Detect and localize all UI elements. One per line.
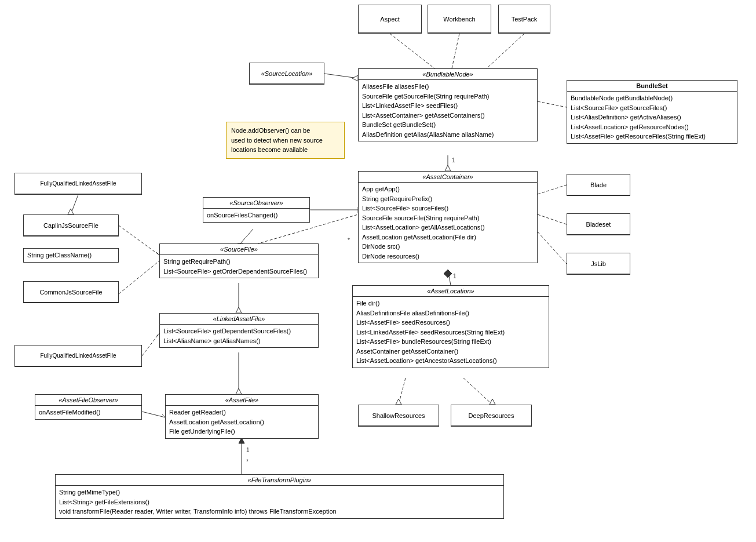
svg-line-4 (324, 74, 358, 78)
jslib-label: JsLib (591, 260, 606, 267)
bundle-set-label: BundleSet (636, 82, 667, 89)
asset-container-methods: App getApp() String getRequirePrefix() L… (359, 183, 537, 263)
svg-line-24 (240, 229, 253, 243)
bundlable-node-methods: AliasesFile aliasesFile() SourceFile get… (359, 80, 537, 141)
testpack-box: TestPack (498, 5, 550, 34)
svg-marker-20 (490, 399, 495, 405)
note-box: Node.addObserver() can beused to detect … (226, 122, 345, 159)
svg-line-12 (538, 232, 567, 264)
svg-line-35 (142, 333, 159, 356)
svg-line-18 (463, 378, 492, 405)
svg-text:1: 1 (246, 447, 250, 453)
bundlable-node-stereotype: «BundlableNode» (362, 71, 534, 78)
fully-qualified-linked2-box: FullyQualifiedLinkedAssetFile (14, 345, 142, 367)
source-location-stereotype: «SourceLocation» (261, 70, 313, 77)
svg-marker-5 (352, 75, 358, 81)
shallow-resources-label: ShallowResources (372, 412, 425, 419)
svg-marker-19 (396, 399, 401, 405)
asset-file-observer-methods: onAssetFileModified() (35, 406, 141, 419)
workbench-label: Workbench (443, 16, 475, 23)
svg-marker-29 (236, 388, 242, 394)
workbench-box: Workbench (428, 5, 491, 34)
shallow-resources-box: ShallowResources (358, 405, 439, 427)
asset-file-observer-stereotype: «AssetFileObserver» (39, 397, 138, 403)
deep-resources-label: DeepResources (469, 412, 514, 419)
asset-location-methods: File dir() AliasDefinitionsFile aliasDef… (353, 297, 549, 368)
asset-file-methods: Reader getReader() AssetLocation getAsse… (166, 406, 318, 438)
bundle-set-box: BundleSet BundlableNode getBundlableNode… (567, 80, 737, 144)
svg-line-17 (399, 378, 406, 405)
bundle-set-methods: BundlableNode getBundlableNode() List<So… (567, 92, 737, 143)
svg-line-32 (119, 225, 159, 255)
source-observer-methods: onSourceFilesChanged() (203, 209, 309, 222)
source-observer-stereotype: «SourceObserver» (207, 199, 306, 206)
svg-line-30 (71, 195, 78, 214)
svg-text:*: * (348, 237, 350, 243)
svg-line-37 (142, 412, 165, 417)
common-js-box: CommonJsSourceFile (23, 281, 119, 303)
bladeset-box: Bladeset (567, 213, 630, 235)
file-transform-plugin-box: «FileTransformPlugin» String getMimeType… (55, 474, 504, 519)
file-transform-plugin-methods: String getMimeType() List<String> getFil… (56, 486, 503, 518)
bladeset-label: Bladeset (586, 221, 611, 228)
caplin-js-box: CaplinJsSourceFile (23, 214, 119, 237)
common-js-label: CommonJsSourceFile (39, 289, 102, 296)
source-file-stereotype: «SourceFile» (163, 246, 315, 253)
source-observer-box: «SourceObserver» onSourceFilesChanged() (203, 197, 310, 223)
svg-marker-40 (239, 438, 244, 443)
asset-file-box: «AssetFile» Reader getReader() AssetLoca… (165, 394, 319, 439)
svg-line-13 (448, 270, 451, 285)
testpack-label: TestPack (512, 16, 538, 23)
deep-resources-box: DeepResources (451, 405, 532, 427)
svg-line-1 (452, 34, 459, 68)
file-transform-plugin-stereotype: «FileTransformPlugin» (59, 476, 500, 483)
asset-file-stereotype: «AssetFile» (169, 397, 315, 403)
svg-marker-7 (445, 165, 451, 171)
svg-line-34 (119, 261, 159, 294)
aspect-box: Aspect (358, 5, 422, 34)
svg-line-3 (538, 101, 567, 107)
linked-asset-file-stereotype: «LinkedAssetFile» (163, 315, 315, 322)
svg-text:*: * (246, 459, 249, 465)
asset-location-box: «AssetLocation» File dir() AliasDefiniti… (352, 285, 549, 368)
fully-qualified-linked1-label: FullyQualifiedLinkedAssetFile (40, 180, 116, 187)
linked-asset-file-methods: List<SourceFile> getDependentSourceFiles… (160, 325, 318, 347)
uml-diagram: 1 * 1 * (0, 0, 756, 542)
string-get-classname-box: String getClassName() (23, 248, 119, 263)
source-file-methods: String getRequirePath() List<SourceFile>… (160, 255, 318, 278)
svg-marker-27 (236, 307, 242, 313)
fully-qualified-linked2-label: FullyQualifiedLinkedAssetFile (40, 352, 116, 359)
svg-line-11 (538, 214, 567, 224)
source-file-box: «SourceFile» String getRequirePath() Lis… (159, 243, 319, 278)
source-location-box: «SourceLocation» (249, 63, 324, 85)
svg-text:1: 1 (453, 273, 456, 279)
fully-qualified-linked1-box: FullyQualifiedLinkedAssetFile (14, 173, 142, 195)
svg-text:1: 1 (452, 157, 455, 163)
svg-line-2 (487, 34, 524, 68)
string-get-classname-methods: String getClassName() (24, 249, 118, 262)
caplin-js-label: CaplinJsSourceFile (43, 222, 98, 229)
jslib-box: JsLib (567, 253, 630, 275)
svg-line-10 (538, 185, 567, 194)
svg-line-0 (390, 34, 434, 68)
asset-container-box: «AssetContainer» App getApp() String get… (358, 171, 538, 263)
svg-marker-31 (68, 209, 74, 214)
asset-container-stereotype: «AssetContainer» (362, 173, 534, 180)
blade-label: Blade (590, 181, 607, 188)
aspect-label: Aspect (380, 16, 400, 23)
bundlable-node-box: «BundlableNode» AliasesFile aliasesFile(… (358, 68, 538, 141)
asset-location-stereotype: «AssetLocation» (356, 288, 545, 294)
linked-asset-file-box: «LinkedAssetFile» List<SourceFile> getDe… (159, 313, 319, 348)
blade-box: Blade (567, 174, 630, 196)
svg-marker-14 (444, 270, 452, 278)
asset-file-observer-box: «AssetFileObserver» onAssetFileModified(… (35, 394, 142, 420)
